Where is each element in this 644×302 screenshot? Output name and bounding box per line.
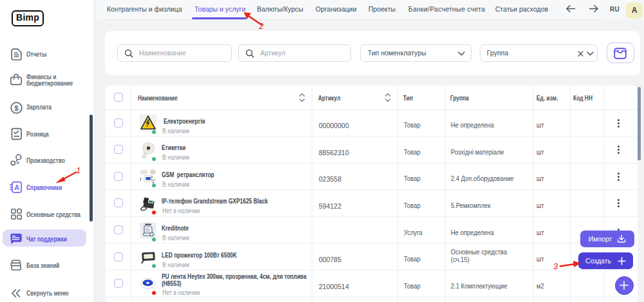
svg-text:$: $: [14, 104, 19, 111]
svg-text:3: 3: [553, 261, 558, 270]
svg-text:1: 1: [76, 165, 80, 175]
svg-text:A: A: [14, 184, 19, 191]
